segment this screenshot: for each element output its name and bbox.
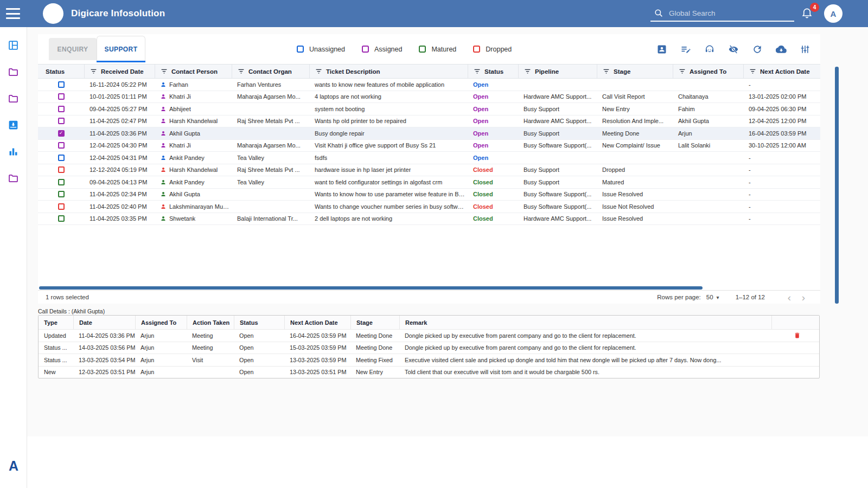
filter-icon[interactable]	[474, 68, 481, 75]
ticket-row[interactable]: ✓11-04-2025 03:36 PMAkhil GuptaBusy dong…	[38, 127, 820, 140]
ticket-row[interactable]: 12-04-2025 04:30 PMKhatri JiMaharaja Aga…	[38, 140, 820, 152]
tab-support[interactable]: SUPPORT	[97, 36, 145, 62]
user-avatar[interactable]: A	[824, 4, 843, 23]
call-detail-row[interactable]: Status ...14-03-2025 03:56 PMArjunMeetin…	[39, 342, 819, 354]
row-checkbox[interactable]	[58, 191, 65, 197]
checkbox-icon[interactable]	[362, 46, 369, 53]
search-input[interactable]	[669, 9, 777, 17]
stage: Dropped	[597, 164, 673, 176]
cloud-download-icon[interactable]	[776, 44, 787, 55]
ticket-row[interactable]: 12-12-2024 05:19 PMHarsh KhandelwalRaj S…	[38, 164, 820, 177]
filter-icon[interactable]	[161, 68, 168, 75]
column-header[interactable]: Ticket Description	[309, 65, 468, 78]
company-logo	[43, 3, 63, 24]
ticket-row[interactable]: 11-04-2025 02:34 PMAkhil GuptaWants to k…	[38, 189, 820, 201]
filter-icon[interactable]	[524, 68, 531, 75]
contact-card-icon[interactable]	[656, 44, 667, 55]
row-checkbox[interactable]	[58, 93, 65, 100]
sidebar-item[interactable]	[8, 146, 19, 157]
column-header[interactable]: Status	[38, 65, 84, 78]
contact-organization	[232, 127, 309, 139]
support-headset-icon[interactable]	[704, 44, 715, 55]
legend-unassigned[interactable]: Unassigned	[297, 46, 345, 53]
call-detail-row[interactable]: Status ...13-03-2025 03:54 PMArjunVisitO…	[39, 354, 819, 366]
call-detail-row[interactable]: Updated11-04-2025 03:36 PMArjunMeetingOp…	[39, 329, 819, 342]
ticket-status: Open	[468, 91, 518, 103]
hide-columns-icon[interactable]	[728, 44, 739, 55]
row-checkbox[interactable]	[58, 215, 65, 222]
filter-icon[interactable]	[679, 68, 686, 75]
legend-matured[interactable]: Matured	[419, 46, 456, 53]
top-header: Digicare Infosolution 4 A	[0, 0, 868, 27]
row-checkbox[interactable]	[58, 106, 65, 112]
filter-icon[interactable]	[90, 68, 97, 75]
column-header[interactable]: Pipeline	[518, 65, 597, 78]
prev-page-button[interactable]: ‹	[782, 292, 796, 303]
filter-settings-icon[interactable]	[800, 44, 810, 55]
ticket-row[interactable]: 16-11-2024 05:22 PMFarhanFarhan Ventures…	[38, 79, 820, 91]
column-header[interactable]: Contact Person	[155, 65, 232, 78]
column-header[interactable]: Contact Organ	[232, 65, 309, 78]
ticket-row[interactable]: 09-04-2025 04:13 PMAnkit PandeyTea Valle…	[38, 176, 820, 189]
legend-assigned[interactable]: Assigned	[362, 46, 402, 53]
column-header[interactable]: Next Action Date	[743, 65, 820, 78]
filter-icon[interactable]	[238, 68, 245, 75]
row-checkbox[interactable]	[58, 179, 65, 185]
row-checkbox[interactable]	[58, 118, 65, 124]
call-detail-row[interactable]: New12-03-2025 03:51 PMArjunOpen13-03-202…	[39, 366, 819, 378]
pipeline: Busy Software Support(...	[518, 140, 597, 152]
received-date: 16-11-2024 05:22 PM	[84, 79, 155, 91]
row-checkbox[interactable]: ✓	[58, 130, 65, 137]
vertical-scrollbar[interactable]	[835, 67, 839, 304]
column-header[interactable]: Received Date	[84, 65, 155, 78]
sidebar-item[interactable]	[8, 172, 19, 184]
column-header[interactable]: Status	[468, 65, 518, 78]
filter-icon[interactable]	[749, 68, 756, 75]
ticket-row[interactable]: 10-01-2025 01:11 PMKhatri JiMaharaja Aga…	[38, 91, 820, 104]
global-search-box[interactable]	[650, 5, 794, 22]
column-header[interactable]: Stage	[597, 65, 673, 78]
row-checkbox[interactable]	[58, 155, 65, 161]
call-actions	[771, 330, 819, 342]
ticket-row[interactable]: 11-04-2025 02:47 PMHarsh KhandelwalRaj S…	[38, 115, 820, 128]
checkbox-icon[interactable]	[473, 46, 480, 53]
rows-per-page-select[interactable]: 50 ▾	[706, 294, 719, 300]
legend-dropped[interactable]: Dropped	[473, 46, 512, 53]
sidebar-item[interactable]	[8, 93, 19, 104]
contact-person: Shwetank	[155, 213, 232, 225]
detail-column-header: Assigned To	[135, 316, 187, 329]
ticket-row[interactable]: 11-04-2025 02:40 PMLakshminarayan Mutusw…	[38, 201, 820, 213]
next-page-button[interactable]: ›	[796, 292, 810, 303]
assigned-to: Chaitanaya	[673, 91, 743, 103]
filter-icon[interactable]	[603, 68, 610, 75]
pipeline: Busy Software Support(...	[518, 201, 597, 213]
ticket-description: system not booting	[309, 103, 468, 115]
ticket-row[interactable]: 09-04-2025 05:27 PMAbhijeetsystem not bo…	[38, 103, 820, 115]
menu-icon[interactable]	[6, 8, 20, 19]
ticket-status: Closed	[468, 201, 518, 213]
sidebar-item[interactable]	[8, 119, 19, 131]
column-header[interactable]: Assigned To	[673, 65, 743, 78]
notifications-button[interactable]: 4	[801, 7, 815, 21]
call-action-taken: Meeting	[187, 342, 234, 354]
horizontal-scrollbar[interactable]	[39, 286, 703, 290]
filter-icon[interactable]	[315, 68, 322, 75]
row-checkbox[interactable]	[58, 142, 65, 149]
tab-enquiry[interactable]: ENQUIRY	[49, 38, 97, 60]
pipeline	[518, 79, 597, 91]
sidebar-item[interactable]	[8, 40, 19, 51]
delete-icon[interactable]	[794, 332, 801, 339]
checkbox-icon[interactable]	[419, 46, 426, 53]
call-remark: Dongle picked up by executive from paren…	[399, 330, 771, 342]
call-assigned-to: Arjun	[135, 330, 187, 342]
row-checkbox[interactable]	[58, 203, 65, 210]
edit-list-icon[interactable]	[680, 44, 691, 55]
checkbox-icon[interactable]	[297, 46, 304, 53]
row-checkbox[interactable]	[58, 166, 65, 173]
row-checkbox[interactable]	[58, 81, 65, 88]
ticket-row[interactable]: 12-04-2025 04:31 PMAnkit PandeyTea Valle…	[38, 152, 820, 164]
ticket-row[interactable]: 11-04-2025 03:35 PMShwetankBalaji Intern…	[38, 213, 820, 226]
sidebar-item[interactable]	[8, 66, 19, 78]
ticket-description: Wants to change voucher number series in…	[309, 201, 468, 213]
refresh-icon[interactable]	[752, 44, 763, 55]
